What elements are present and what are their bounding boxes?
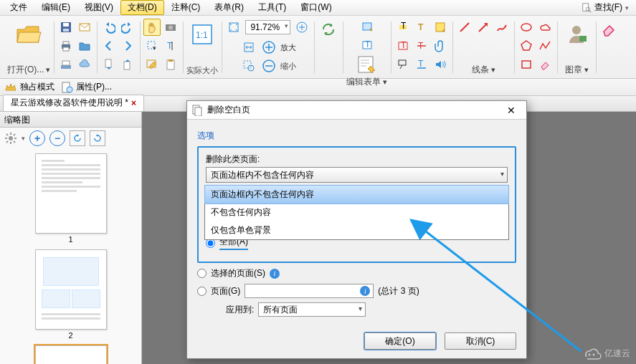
tab-close-icon[interactable]: × xyxy=(131,98,136,108)
callout-button[interactable] xyxy=(394,56,412,73)
pages-info-icon[interactable]: i xyxy=(360,286,370,296)
rect-tool[interactable] xyxy=(518,56,535,73)
fit-width-icon xyxy=(242,41,255,54)
textbox-button[interactable]: T xyxy=(394,37,412,54)
scanner-icon xyxy=(60,58,72,71)
folder-button[interactable] xyxy=(76,37,93,54)
menu-form[interactable]: 表单(R) xyxy=(207,0,251,15)
eraser-tool[interactable] xyxy=(536,56,554,73)
pages-input[interactable]: i xyxy=(245,284,374,298)
line-tool[interactable] xyxy=(456,19,473,36)
scan-button[interactable] xyxy=(57,56,75,73)
cloud-button[interactable] xyxy=(76,56,93,73)
group-actual-size: 1:1 实际大小 xyxy=(184,19,221,77)
ellipse-tool[interactable] xyxy=(518,19,535,36)
underline-button[interactable]: T xyxy=(413,56,430,73)
attach-button[interactable] xyxy=(432,37,449,54)
zoom-combobox[interactable]: 91.72% xyxy=(245,20,290,34)
radio-pages[interactable] xyxy=(197,287,207,296)
form-highlight-icon xyxy=(361,21,374,34)
save-button[interactable] xyxy=(57,19,75,36)
thumbnail-page-1[interactable] xyxy=(35,153,107,234)
sound-button[interactable] xyxy=(432,56,449,73)
zoom-plus-button[interactable] xyxy=(293,19,310,36)
cancel-button[interactable]: 取消(C) xyxy=(445,332,516,350)
menu-document[interactable]: 文档(D) xyxy=(120,0,164,15)
properties-button[interactable]: 属性(P)... xyxy=(60,81,112,94)
menu-file[interactable]: 文件 xyxy=(3,0,34,15)
redo-button[interactable] xyxy=(119,19,136,36)
cloud-tool[interactable] xyxy=(536,19,554,36)
highlight-text-button[interactable]: T xyxy=(394,19,412,36)
pencil-tool[interactable] xyxy=(493,19,511,36)
crown-icon xyxy=(4,81,17,94)
page-down-button[interactable] xyxy=(119,56,136,73)
arrow-tool[interactable] xyxy=(475,19,492,36)
strikeout-button[interactable]: T xyxy=(413,37,430,54)
polygon-tool[interactable] xyxy=(518,37,535,54)
zoom-in-big-button[interactable] xyxy=(260,39,277,56)
menu-window[interactable]: 窗口(W) xyxy=(293,0,338,15)
marquee-zoom-button[interactable] xyxy=(240,57,257,75)
text-select-tool[interactable]: T xyxy=(162,37,179,54)
menu-annotate[interactable]: 注释(C) xyxy=(164,0,208,15)
edit-tool[interactable] xyxy=(143,56,161,73)
exclusive-mode-button[interactable]: 独占模式 xyxy=(4,81,54,94)
zoom-out-big-button[interactable] xyxy=(260,57,277,75)
thumb-zoom-in[interactable]: + xyxy=(29,130,45,146)
undo-button[interactable] xyxy=(100,19,118,36)
typewriter-button[interactable]: T xyxy=(413,19,430,36)
thumbnail-page-2[interactable] xyxy=(35,249,107,330)
dropdown-option-2[interactable]: 仅包含单色背景 xyxy=(205,221,508,239)
hand-tool[interactable] xyxy=(143,19,161,36)
radio-selected[interactable] xyxy=(197,269,207,278)
polyline-tool[interactable] xyxy=(536,37,554,54)
email-button[interactable] xyxy=(76,19,93,36)
fit-width-button[interactable] xyxy=(240,39,257,56)
info-icon[interactable]: i xyxy=(270,269,280,279)
find-button[interactable]: 查找(F) ▾ xyxy=(577,0,633,15)
apply-to-select[interactable]: 所有页面 xyxy=(258,302,366,317)
big-eraser-icon xyxy=(601,20,618,37)
edit-form-button[interactable] xyxy=(354,54,380,76)
prev-view-button[interactable] xyxy=(100,37,118,54)
print-button[interactable] xyxy=(57,37,75,54)
gear-icon[interactable] xyxy=(4,132,17,145)
clipboard-tool[interactable] xyxy=(162,56,179,73)
menu-edit[interactable]: 编辑(E) xyxy=(34,0,77,15)
page-up-button[interactable] xyxy=(100,56,118,73)
menu-view[interactable]: 视图(V) xyxy=(77,0,120,15)
menu-tools[interactable]: 工具(T) xyxy=(251,0,293,15)
radio-selected-row: 选择的页面(S) i xyxy=(197,267,516,279)
document-tab[interactable]: 星云游戏修改器软件使用说明 * × xyxy=(3,95,144,111)
open-button[interactable] xyxy=(13,19,44,50)
thumbnail-page-3[interactable] xyxy=(35,345,107,364)
delete-type-combobox[interactable]: 页面边框内不包含任何内容 xyxy=(206,167,508,183)
snapshot-tool[interactable] xyxy=(162,19,179,36)
thumb-zoom-out[interactable]: − xyxy=(49,130,65,146)
select-tool[interactable] xyxy=(143,37,161,54)
actual-size-button[interactable]: 1:1 xyxy=(186,19,218,50)
highlight-form-button[interactable] xyxy=(359,19,376,36)
polygon-icon xyxy=(520,39,533,52)
refresh-button[interactable] xyxy=(318,19,339,40)
big-eraser-button[interactable] xyxy=(599,19,620,39)
note-button[interactable] xyxy=(432,19,449,36)
thumbnails-list[interactable]: 1 2 xyxy=(0,149,141,364)
svg-point-50 xyxy=(572,26,581,34)
dialog-titlebar[interactable]: 删除空白页 ✕ xyxy=(187,101,526,120)
dialog-close-button[interactable]: ✕ xyxy=(500,105,522,116)
dropdown-option-1[interactable]: 不包含任何内容 xyxy=(205,203,508,221)
stamp-button[interactable] xyxy=(561,19,592,50)
delete-type-dropdown: 页面边框内不包含任何内容 不包含任何内容 仅包含单色背景 xyxy=(204,185,509,240)
next-view-button[interactable] xyxy=(119,37,136,54)
line-icon xyxy=(458,21,471,34)
form-text-button[interactable]: T xyxy=(359,37,376,54)
ok-button[interactable]: 确定(O) xyxy=(364,332,436,350)
rotate-cw-button[interactable] xyxy=(90,130,105,146)
fit-icon xyxy=(227,21,240,34)
rotate-ccw-button[interactable] xyxy=(70,130,85,146)
group-open: 打开(O)... ▾ xyxy=(4,19,53,77)
fit-page-button[interactable] xyxy=(225,19,242,36)
dropdown-option-0[interactable]: 页面边框内不包含任何内容 xyxy=(204,185,509,204)
